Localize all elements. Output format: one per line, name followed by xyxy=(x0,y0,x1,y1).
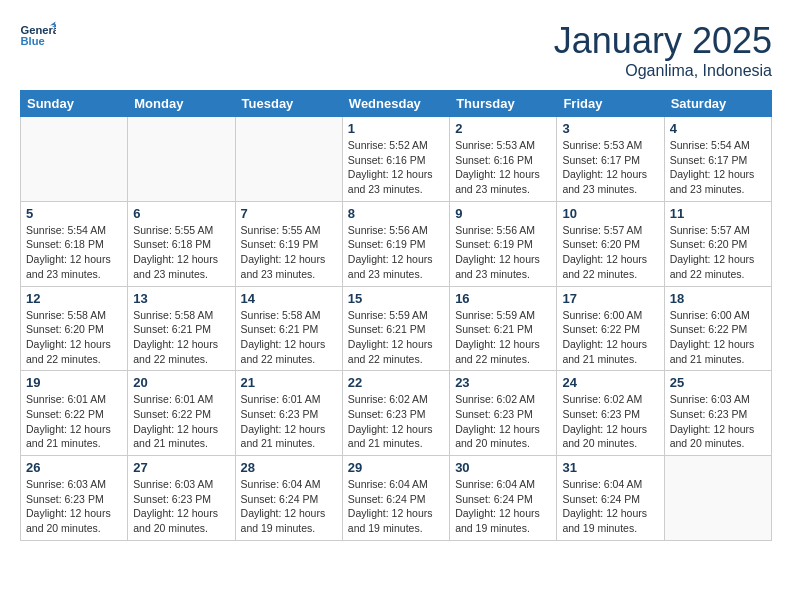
weekday-header: Saturday xyxy=(664,91,771,117)
calendar-cell: 26Sunrise: 6:03 AMSunset: 6:23 PMDayligh… xyxy=(21,456,128,541)
day-info: Sunrise: 5:54 AMSunset: 6:18 PMDaylight:… xyxy=(26,223,122,282)
logo: General Blue xyxy=(20,20,56,48)
day-number: 23 xyxy=(455,375,551,390)
calendar-cell: 5Sunrise: 5:54 AMSunset: 6:18 PMDaylight… xyxy=(21,201,128,286)
day-number: 5 xyxy=(26,206,122,221)
day-number: 10 xyxy=(562,206,658,221)
calendar-cell: 11Sunrise: 5:57 AMSunset: 6:20 PMDayligh… xyxy=(664,201,771,286)
day-number: 11 xyxy=(670,206,766,221)
calendar-cell: 12Sunrise: 5:58 AMSunset: 6:20 PMDayligh… xyxy=(21,286,128,371)
month-title: January 2025 xyxy=(554,20,772,62)
day-info: Sunrise: 6:01 AMSunset: 6:22 PMDaylight:… xyxy=(133,392,229,451)
day-number: 29 xyxy=(348,460,444,475)
calendar-cell: 31Sunrise: 6:04 AMSunset: 6:24 PMDayligh… xyxy=(557,456,664,541)
day-number: 19 xyxy=(26,375,122,390)
calendar-cell: 14Sunrise: 5:58 AMSunset: 6:21 PMDayligh… xyxy=(235,286,342,371)
calendar-cell xyxy=(21,117,128,202)
day-number: 1 xyxy=(348,121,444,136)
day-info: Sunrise: 5:57 AMSunset: 6:20 PMDaylight:… xyxy=(562,223,658,282)
calendar-table: SundayMondayTuesdayWednesdayThursdayFrid… xyxy=(20,90,772,541)
day-number: 27 xyxy=(133,460,229,475)
weekday-header-row: SundayMondayTuesdayWednesdayThursdayFrid… xyxy=(21,91,772,117)
calendar-cell: 4Sunrise: 5:54 AMSunset: 6:17 PMDaylight… xyxy=(664,117,771,202)
day-info: Sunrise: 5:58 AMSunset: 6:21 PMDaylight:… xyxy=(241,308,337,367)
calendar-cell: 21Sunrise: 6:01 AMSunset: 6:23 PMDayligh… xyxy=(235,371,342,456)
day-info: Sunrise: 6:01 AMSunset: 6:22 PMDaylight:… xyxy=(26,392,122,451)
day-number: 2 xyxy=(455,121,551,136)
day-info: Sunrise: 6:01 AMSunset: 6:23 PMDaylight:… xyxy=(241,392,337,451)
day-info: Sunrise: 6:03 AMSunset: 6:23 PMDaylight:… xyxy=(133,477,229,536)
day-info: Sunrise: 6:04 AMSunset: 6:24 PMDaylight:… xyxy=(455,477,551,536)
day-info: Sunrise: 6:03 AMSunset: 6:23 PMDaylight:… xyxy=(26,477,122,536)
day-number: 4 xyxy=(670,121,766,136)
day-number: 30 xyxy=(455,460,551,475)
day-number: 14 xyxy=(241,291,337,306)
day-info: Sunrise: 6:04 AMSunset: 6:24 PMDaylight:… xyxy=(348,477,444,536)
calendar-cell xyxy=(128,117,235,202)
day-info: Sunrise: 5:57 AMSunset: 6:20 PMDaylight:… xyxy=(670,223,766,282)
day-info: Sunrise: 6:03 AMSunset: 6:23 PMDaylight:… xyxy=(670,392,766,451)
weekday-header: Monday xyxy=(128,91,235,117)
calendar-cell: 8Sunrise: 5:56 AMSunset: 6:19 PMDaylight… xyxy=(342,201,449,286)
day-number: 9 xyxy=(455,206,551,221)
calendar-cell: 2Sunrise: 5:53 AMSunset: 6:16 PMDaylight… xyxy=(450,117,557,202)
day-info: Sunrise: 5:55 AMSunset: 6:18 PMDaylight:… xyxy=(133,223,229,282)
weekday-header: Sunday xyxy=(21,91,128,117)
calendar-cell: 25Sunrise: 6:03 AMSunset: 6:23 PMDayligh… xyxy=(664,371,771,456)
calendar-cell xyxy=(664,456,771,541)
calendar-cell: 27Sunrise: 6:03 AMSunset: 6:23 PMDayligh… xyxy=(128,456,235,541)
title-section: January 2025 Oganlima, Indonesia xyxy=(554,20,772,80)
day-number: 8 xyxy=(348,206,444,221)
weekday-header: Friday xyxy=(557,91,664,117)
day-info: Sunrise: 5:58 AMSunset: 6:20 PMDaylight:… xyxy=(26,308,122,367)
day-info: Sunrise: 5:59 AMSunset: 6:21 PMDaylight:… xyxy=(348,308,444,367)
day-number: 25 xyxy=(670,375,766,390)
calendar-week-row: 12Sunrise: 5:58 AMSunset: 6:20 PMDayligh… xyxy=(21,286,772,371)
location-subtitle: Oganlima, Indonesia xyxy=(554,62,772,80)
day-number: 26 xyxy=(26,460,122,475)
calendar-cell: 13Sunrise: 5:58 AMSunset: 6:21 PMDayligh… xyxy=(128,286,235,371)
day-number: 31 xyxy=(562,460,658,475)
calendar-cell: 10Sunrise: 5:57 AMSunset: 6:20 PMDayligh… xyxy=(557,201,664,286)
day-info: Sunrise: 6:04 AMSunset: 6:24 PMDaylight:… xyxy=(562,477,658,536)
calendar-week-row: 5Sunrise: 5:54 AMSunset: 6:18 PMDaylight… xyxy=(21,201,772,286)
day-number: 22 xyxy=(348,375,444,390)
svg-text:General: General xyxy=(21,24,57,36)
calendar-cell: 3Sunrise: 5:53 AMSunset: 6:17 PMDaylight… xyxy=(557,117,664,202)
logo-icon: General Blue xyxy=(20,20,56,48)
day-info: Sunrise: 6:04 AMSunset: 6:24 PMDaylight:… xyxy=(241,477,337,536)
calendar-cell xyxy=(235,117,342,202)
day-number: 7 xyxy=(241,206,337,221)
calendar-cell: 28Sunrise: 6:04 AMSunset: 6:24 PMDayligh… xyxy=(235,456,342,541)
day-number: 17 xyxy=(562,291,658,306)
day-info: Sunrise: 5:52 AMSunset: 6:16 PMDaylight:… xyxy=(348,138,444,197)
weekday-header: Tuesday xyxy=(235,91,342,117)
day-number: 20 xyxy=(133,375,229,390)
page-header: General Blue January 2025 Oganlima, Indo… xyxy=(20,20,772,80)
calendar-cell: 17Sunrise: 6:00 AMSunset: 6:22 PMDayligh… xyxy=(557,286,664,371)
day-info: Sunrise: 6:00 AMSunset: 6:22 PMDaylight:… xyxy=(562,308,658,367)
day-info: Sunrise: 5:53 AMSunset: 6:16 PMDaylight:… xyxy=(455,138,551,197)
day-number: 24 xyxy=(562,375,658,390)
day-info: Sunrise: 5:54 AMSunset: 6:17 PMDaylight:… xyxy=(670,138,766,197)
day-info: Sunrise: 6:00 AMSunset: 6:22 PMDaylight:… xyxy=(670,308,766,367)
calendar-cell: 24Sunrise: 6:02 AMSunset: 6:23 PMDayligh… xyxy=(557,371,664,456)
calendar-week-row: 19Sunrise: 6:01 AMSunset: 6:22 PMDayligh… xyxy=(21,371,772,456)
day-number: 3 xyxy=(562,121,658,136)
day-number: 13 xyxy=(133,291,229,306)
day-info: Sunrise: 6:02 AMSunset: 6:23 PMDaylight:… xyxy=(562,392,658,451)
calendar-cell: 22Sunrise: 6:02 AMSunset: 6:23 PMDayligh… xyxy=(342,371,449,456)
day-number: 12 xyxy=(26,291,122,306)
calendar-cell: 1Sunrise: 5:52 AMSunset: 6:16 PMDaylight… xyxy=(342,117,449,202)
day-number: 6 xyxy=(133,206,229,221)
day-number: 16 xyxy=(455,291,551,306)
calendar-cell: 7Sunrise: 5:55 AMSunset: 6:19 PMDaylight… xyxy=(235,201,342,286)
day-number: 21 xyxy=(241,375,337,390)
day-info: Sunrise: 5:58 AMSunset: 6:21 PMDaylight:… xyxy=(133,308,229,367)
day-number: 18 xyxy=(670,291,766,306)
day-info: Sunrise: 6:02 AMSunset: 6:23 PMDaylight:… xyxy=(455,392,551,451)
day-info: Sunrise: 5:59 AMSunset: 6:21 PMDaylight:… xyxy=(455,308,551,367)
svg-text:Blue: Blue xyxy=(21,35,45,47)
calendar-cell: 30Sunrise: 6:04 AMSunset: 6:24 PMDayligh… xyxy=(450,456,557,541)
calendar-cell: 29Sunrise: 6:04 AMSunset: 6:24 PMDayligh… xyxy=(342,456,449,541)
